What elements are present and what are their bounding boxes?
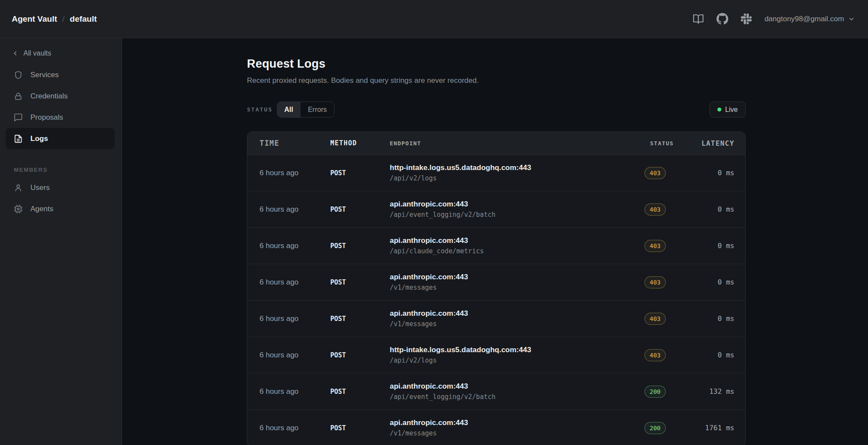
chevron-down-icon bbox=[848, 16, 855, 23]
back-label: All vaults bbox=[23, 49, 51, 57]
user-icon bbox=[13, 183, 23, 193]
column-header-status: STATUS bbox=[626, 140, 674, 147]
row-endpoint-host: api.anthropic.com:443 bbox=[390, 273, 626, 281]
sidebar-item-label: Credentials bbox=[30, 92, 68, 101]
table-row[interactable]: 6 hours ago POST http-intake.logs.us5.da… bbox=[247, 155, 745, 191]
row-latency: 0 ms bbox=[674, 242, 734, 250]
row-method: POST bbox=[330, 242, 390, 250]
topbar-actions: dangtony98@gmail.com bbox=[693, 13, 855, 25]
row-endpoint-path: /v1/messages bbox=[390, 320, 626, 328]
page-title: Request Logs bbox=[247, 57, 868, 71]
row-endpoint: api.anthropic.com:443 /v1/messages bbox=[390, 309, 626, 328]
filter-row: STATUS All Errors Live bbox=[247, 101, 746, 118]
message-square-icon bbox=[13, 113, 23, 122]
row-status-cell: 403 bbox=[626, 203, 674, 216]
sidebar-members-nav: Users Agents bbox=[0, 177, 122, 219]
sidebar-item-proposals[interactable]: Proposals bbox=[6, 107, 115, 128]
account-menu[interactable]: dangtony98@gmail.com bbox=[764, 15, 855, 23]
row-endpoint: api.anthropic.com:443 /api/event_logging… bbox=[390, 382, 626, 401]
status-badge: 403 bbox=[644, 313, 666, 325]
sidebar-item-label: Agents bbox=[30, 205, 53, 213]
row-endpoint-host: http-intake.logs.us5.datadoghq.com:443 bbox=[390, 346, 626, 354]
row-time: 6 hours ago bbox=[260, 169, 330, 177]
row-latency: 0 ms bbox=[674, 205, 734, 213]
row-endpoint-host: api.anthropic.com:443 bbox=[390, 382, 626, 391]
sidebar-item-label: Logs bbox=[30, 134, 48, 143]
sidebar-item-services[interactable]: Services bbox=[6, 64, 115, 85]
table-row[interactable]: 6 hours ago POST api.anthropic.com:443 /… bbox=[247, 228, 745, 264]
row-status-cell: 403 bbox=[626, 240, 674, 252]
row-latency: 1761 ms bbox=[674, 424, 734, 432]
status-badge: 403 bbox=[644, 349, 666, 361]
row-endpoint-host: api.anthropic.com:443 bbox=[390, 236, 626, 245]
row-method: POST bbox=[330, 424, 390, 432]
sidebar-item-label: Services bbox=[30, 71, 59, 79]
sidebar-item-agents[interactable]: Agents bbox=[6, 198, 115, 219]
column-header-time: TIME bbox=[260, 139, 330, 147]
column-header-endpoint: ENDPOINT bbox=[390, 140, 626, 147]
table-row[interactable]: 6 hours ago POST api.anthropic.com:443 /… bbox=[247, 373, 745, 410]
sidebar-item-credentials[interactable]: Credentials bbox=[6, 85, 115, 107]
sidebar-nav: Services Credentials Proposals Logs bbox=[0, 64, 122, 149]
row-endpoint-path: /v1/messages bbox=[390, 284, 626, 291]
row-status-cell: 403 bbox=[626, 349, 674, 361]
row-time: 6 hours ago bbox=[260, 242, 330, 250]
github-icon[interactable] bbox=[717, 13, 728, 25]
table-row[interactable]: 6 hours ago POST api.anthropic.com:443 /… bbox=[247, 191, 745, 228]
back-to-all-vaults[interactable]: All vaults bbox=[0, 47, 122, 60]
row-time: 6 hours ago bbox=[260, 424, 330, 432]
row-method: POST bbox=[330, 278, 390, 286]
row-method: POST bbox=[330, 351, 390, 359]
row-endpoint-host: api.anthropic.com:443 bbox=[390, 309, 626, 318]
row-time: 6 hours ago bbox=[260, 205, 330, 214]
row-latency: 0 ms bbox=[674, 169, 734, 177]
status-badge: 200 bbox=[644, 386, 666, 398]
row-endpoint: api.anthropic.com:443 /api/event_logging… bbox=[390, 200, 626, 219]
status-badge: 403 bbox=[644, 203, 666, 216]
table-row[interactable]: 6 hours ago POST http-intake.logs.us5.da… bbox=[247, 337, 745, 373]
row-method: POST bbox=[330, 206, 390, 213]
table-row[interactable]: 6 hours ago POST api.anthropic.com:443 /… bbox=[247, 264, 745, 301]
row-status-cell: 403 bbox=[626, 167, 674, 179]
row-endpoint-path: /api/v2/logs bbox=[390, 174, 626, 182]
file-text-icon bbox=[13, 134, 23, 144]
row-status-cell: 200 bbox=[626, 422, 674, 434]
status-filter-toggle: All Errors bbox=[277, 101, 335, 118]
filter-option-errors[interactable]: Errors bbox=[300, 102, 334, 117]
topbar: Agent Vault / default dangtony98@gmail.c… bbox=[0, 0, 868, 38]
row-time: 6 hours ago bbox=[260, 351, 330, 360]
status-badge: 403 bbox=[644, 167, 666, 179]
sidebar-item-logs[interactable]: Logs bbox=[6, 128, 115, 149]
members-section-label: MEMBERS bbox=[14, 167, 122, 173]
row-status-cell: 200 bbox=[626, 386, 674, 398]
row-endpoint-path: /api/event_logging/v2/batch bbox=[390, 393, 626, 401]
row-time: 6 hours ago bbox=[260, 387, 330, 396]
breadcrumb: Agent Vault / default bbox=[12, 14, 97, 24]
row-endpoint: http-intake.logs.us5.datadoghq.com:443 /… bbox=[390, 346, 626, 364]
breadcrumb-vault[interactable]: default bbox=[70, 14, 97, 24]
filter-option-all[interactable]: All bbox=[277, 102, 300, 117]
row-status-cell: 403 bbox=[626, 276, 674, 288]
row-endpoint: http-intake.logs.us5.datadoghq.com:443 /… bbox=[390, 164, 626, 182]
row-status-cell: 403 bbox=[626, 313, 674, 325]
sidebar-item-users[interactable]: Users bbox=[6, 177, 115, 198]
live-button[interactable]: Live bbox=[710, 101, 746, 118]
row-time: 6 hours ago bbox=[260, 278, 330, 287]
row-latency: 0 ms bbox=[674, 351, 734, 359]
account-email: dangtony98@gmail.com bbox=[764, 15, 844, 23]
row-method: POST bbox=[330, 388, 390, 396]
table-body: 6 hours ago POST http-intake.logs.us5.da… bbox=[247, 155, 745, 445]
shield-icon bbox=[13, 70, 23, 80]
sidebar: All vaults Services Credentials Proposal… bbox=[0, 38, 122, 445]
request-logs-table: TIME METHOD ENDPOINT STATUS LATENCY 6 ho… bbox=[247, 131, 746, 445]
row-time: 6 hours ago bbox=[260, 314, 330, 323]
sidebar-item-label: Users bbox=[30, 183, 49, 192]
row-endpoint-path: /api/event_logging/v2/batch bbox=[390, 211, 626, 219]
table-row[interactable]: 6 hours ago POST api.anthropic.com:443 /… bbox=[247, 301, 745, 337]
breadcrumb-app[interactable]: Agent Vault bbox=[12, 14, 57, 24]
table-row[interactable]: 6 hours ago POST api.anthropic.com:443 /… bbox=[247, 410, 745, 445]
row-endpoint: api.anthropic.com:443 /api/claude_code/m… bbox=[390, 236, 626, 255]
slack-icon[interactable] bbox=[741, 13, 752, 24]
docs-book-icon[interactable] bbox=[693, 13, 704, 25]
status-badge: 403 bbox=[644, 276, 666, 288]
